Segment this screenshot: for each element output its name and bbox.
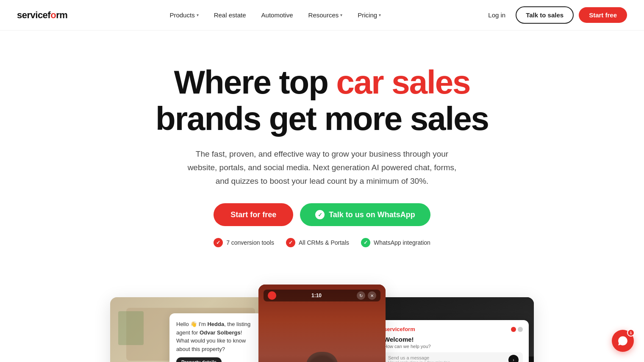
widget-logo: serviceform [384,326,415,332]
close-icon[interactable]: ✕ [368,291,376,300]
nav-automotive[interactable]: Automotive [255,8,299,22]
logo[interactable]: serviceform [17,10,67,21]
nav-products[interactable]: Products ▾ [164,8,204,22]
chevron-down-icon: ▾ [340,13,342,17]
float-notification-badge: 1 [627,329,635,337]
widget-screenshot-card: 🚗 serviceform Welcome! How can we help y… [373,297,534,362]
chat-message: Hello 👋 I'm Hedda, the listing agent for… [176,320,256,353]
widget-minimize-button[interactable] [518,327,523,332]
widget-welcome-text: Welcome! [384,336,523,343]
chevron-down-icon: ▾ [379,13,381,17]
hero-title: Where top car sales brands get more sale… [140,64,504,137]
video-control-bar: 1:10 ↻ ✕ [264,290,380,301]
reply-time-label: Usual reply time is a few minutes [388,360,505,362]
widget-sub-text: How can we help you? [384,344,523,349]
whatsapp-cta-button[interactable]: ✓ Talk to us on WhatsApp [300,203,430,226]
message-bar[interactable]: Send us a message Usual reply time is a … [384,352,523,362]
navigation: serviceform Products ▾ Real estate Autom… [0,0,644,30]
start-for-free-button[interactable]: Start for free [214,203,293,226]
chat-action-buttons: Property details Arrange a visit [176,357,256,362]
check-icon: ✓ [214,238,223,247]
nav-resources[interactable]: Resources ▾ [303,8,349,22]
badge-whatsapp-integration: ✓ WhatsApp integration [361,238,430,247]
check-icon: ✓ [286,238,295,247]
hero-subtitle: The fast, proven, and effective way to g… [186,147,458,188]
serviceform-widget: serviceform Welcome! How can we help you… [378,320,529,362]
feature-badges: ✓ 7 conversion tools ✓ All CRMs & Portal… [140,238,504,247]
badge-conversion-tools: ✓ 7 conversion tools [214,238,274,247]
refresh-icon[interactable]: ↻ [357,291,365,300]
nav-actions: Log in Talk to sales Start free [483,6,627,24]
hero-section: Where top car sales brands get more sale… [131,30,513,285]
screenshots-section: Hello 👋 I'm Hedda, the listing agent for… [68,285,576,362]
send-message-label: Send us a message [388,355,505,360]
badge-crm-portals: ✓ All CRMs & Portals [286,238,349,247]
talk-to-sales-button[interactable]: Talk to sales [516,6,574,24]
hero-ctas: Start for free ✓ Talk to us on WhatsApp [140,203,504,226]
check-icon: ✓ [361,238,370,247]
float-chat-widget[interactable]: 1 [612,330,634,352]
nav-pricing[interactable]: Pricing ▾ [352,8,387,22]
video-timer: 1:10 [311,293,322,298]
chat-bubble-card: Hello 👋 I'm Hedda, the listing agent for… [169,313,263,362]
whatsapp-icon: ✓ [315,210,325,219]
brand-logo-dot [268,291,276,300]
nav-real-estate[interactable]: Real estate [208,8,252,22]
login-button[interactable]: Log in [483,8,511,22]
video-screenshot-card: 👩 1:10 ↻ ✕ Hello, Iranthi. [258,285,386,362]
chevron-down-icon: ▾ [197,13,199,17]
widget-close-button[interactable] [511,327,516,332]
property-details-button[interactable]: Property details [176,357,222,362]
start-free-button[interactable]: Start free [579,7,627,23]
chat-widget-icon [617,335,628,346]
chat-screenshot-card: Hello 👋 I'm Hedda, the listing agent for… [110,297,271,362]
nav-links: Products ▾ Real estate Automotive Resour… [164,8,387,22]
send-button[interactable]: › [508,355,519,362]
